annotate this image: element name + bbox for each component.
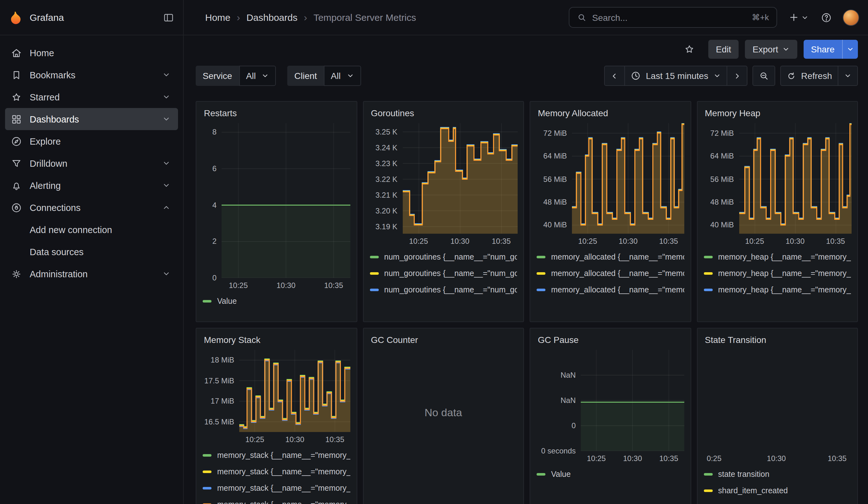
legend-label: memory_heap {__name__="memory_h: [718, 286, 851, 294]
chart-svg: [402, 123, 517, 234]
panel-title[interactable]: Restarts: [203, 105, 350, 123]
x-tick-label: 10:30: [767, 454, 786, 463]
chart-plot[interactable]: [221, 123, 350, 278]
sidebar-item-connections[interactable]: Connections: [5, 196, 178, 218]
chart-plot[interactable]: [739, 123, 851, 234]
no-data-text: No data: [370, 350, 517, 476]
zoom-out-button[interactable]: [753, 66, 775, 86]
refresh-button[interactable]: Refresh: [780, 66, 838, 86]
sidebar-item-drilldown[interactable]: Drilldown: [5, 152, 178, 174]
panel-gc-pause: GC PauseNaNNaN00 seconds10:2510:3010:35V…: [530, 328, 691, 504]
legend-item[interactable]: num_goroutines {__name__="num_go: [370, 249, 517, 265]
legend-item[interactable]: Value: [203, 293, 350, 309]
user-avatar[interactable]: [843, 9, 859, 25]
y-tick-label: 17 MiB: [210, 397, 234, 406]
legend-item[interactable]: Value: [537, 466, 684, 483]
x-tick-label: 0:25: [707, 454, 722, 463]
chart-plot[interactable]: [710, 350, 851, 451]
chevron-down-icon: [162, 270, 170, 278]
panel-title[interactable]: GC Counter: [370, 332, 517, 350]
sidebar-item-starred[interactable]: Starred: [5, 86, 178, 108]
sidebar-item-home[interactable]: Home: [5, 42, 178, 64]
legend-item[interactable]: state transition: [704, 466, 851, 483]
legend-item[interactable]: memory_heap {__name__="memory_h: [704, 298, 851, 302]
legend-item[interactable]: num_goroutines {__name__="num_go: [370, 265, 517, 282]
time-forward-button[interactable]: [726, 66, 747, 86]
chart-plot[interactable]: [239, 350, 350, 432]
sidebar-item-alerting[interactable]: Alerting: [5, 174, 178, 196]
legend-label: memory_heap {__name__="memory_h: [718, 269, 851, 278]
share-menu-button[interactable]: [842, 40, 858, 59]
legend-item[interactable]: memory_heap {__name__="memory_h: [704, 265, 851, 282]
sidebar-item-bookmarks[interactable]: Bookmarks: [5, 64, 178, 86]
star-icon: [684, 43, 695, 55]
legend-item[interactable]: shard_item_created: [704, 483, 851, 499]
search-box[interactable]: ⌘+k: [569, 7, 777, 28]
chevron-up-icon: [162, 203, 170, 212]
new-button[interactable]: [787, 11, 810, 24]
sidebar-nav: HomeBookmarksStarredDashboardsExploreDri…: [0, 35, 184, 504]
y-tick-label: 56 MiB: [710, 175, 734, 184]
x-tick-label: 10:30: [451, 237, 469, 246]
chevron-down-icon: [162, 71, 170, 79]
legend-item[interactable]: num_goroutines {__name__="num_go: [370, 282, 517, 298]
time-back-button[interactable]: [604, 66, 625, 86]
sidebar-item-add-new-connection[interactable]: Add new connection: [5, 218, 178, 240]
export-button[interactable]: Export: [745, 40, 797, 59]
legend-item[interactable]: memory_stack {__name__="memory_s: [203, 480, 350, 496]
x-tick-label: 10:30: [285, 435, 304, 444]
legend-item[interactable]: memory_allocated {__name__="memo: [537, 249, 684, 265]
sidebar-item-dashboards[interactable]: Dashboards: [5, 108, 178, 130]
chevron-down-icon: [713, 72, 721, 80]
breadcrumb-separator-icon: ›: [237, 12, 240, 23]
favorite-button[interactable]: [682, 42, 697, 57]
bookmark-icon: [10, 69, 23, 81]
panel-title[interactable]: Memory Heap: [704, 105, 851, 123]
x-axis: 10:2510:3010:35: [572, 234, 684, 245]
variable-client: Client All: [288, 66, 361, 86]
breadcrumb-dashboards[interactable]: Dashboards: [247, 12, 298, 23]
legend-item[interactable]: memory_allocated {__name__="memo: [537, 282, 684, 298]
help-button[interactable]: [819, 10, 833, 24]
legend-item[interactable]: memory_allocated {__name__="memo: [537, 265, 684, 282]
sidebar-item-data-sources[interactable]: Data sources: [5, 240, 178, 263]
zoom-out-icon: [759, 71, 769, 81]
legend-item[interactable]: memory_heap {__name__="memory_h: [704, 282, 851, 298]
chart-plot[interactable]: [581, 350, 684, 451]
refresh-group: Refresh: [780, 66, 858, 86]
main-content: Edit Export Share Service All: [184, 35, 868, 504]
y-tick-label: 64 MiB: [543, 152, 567, 161]
x-axis: 0:2510:3010:35: [710, 451, 851, 462]
search-input[interactable]: [592, 12, 746, 22]
legend-item[interactable]: memory_stack {__name__="memory_s: [203, 447, 350, 464]
grafana-logo[interactable]: [9, 10, 23, 24]
time-range-button[interactable]: Last 15 minutes: [624, 66, 727, 86]
legend-marker: [704, 272, 712, 275]
legend-item[interactable]: num_goroutines {__name__="num_go: [370, 298, 517, 302]
sidebar-item-explore[interactable]: Explore: [5, 130, 178, 152]
refresh-interval-button[interactable]: [838, 66, 858, 86]
panel-title[interactable]: Memory Stack: [203, 332, 350, 350]
sidebar-item-administration[interactable]: Administration: [5, 263, 178, 285]
breadcrumb-home[interactable]: Home: [205, 12, 230, 23]
chart-plot[interactable]: [572, 123, 684, 234]
share-button[interactable]: Share: [803, 40, 842, 59]
variable-service-select[interactable]: All: [239, 66, 276, 86]
variable-client-select[interactable]: All: [324, 66, 361, 86]
share-split-button: Share: [803, 40, 858, 59]
panel-title[interactable]: Goroutines: [370, 105, 517, 123]
variable-service-value: All: [246, 71, 256, 81]
panel-grid: Restarts8642010:2510:3010:35ValueGorouti…: [196, 101, 858, 504]
legend-item[interactable]: memory_allocated {__name__="memo: [537, 298, 684, 302]
y-tick-label: 40 MiB: [710, 221, 734, 229]
legend-item[interactable]: memory_heap {__name__="memory_h: [704, 249, 851, 265]
panel-title[interactable]: Memory Allocated: [537, 105, 684, 123]
panel-title[interactable]: GC Pause: [537, 332, 684, 350]
x-tick-label: 10:30: [277, 281, 296, 290]
edit-button[interactable]: Edit: [708, 40, 738, 59]
sidebar-toggle-icon[interactable]: [161, 9, 177, 25]
chart-plot[interactable]: [402, 123, 517, 234]
legend-item[interactable]: memory_stack {__name__="memory_s: [203, 464, 350, 480]
panel-title[interactable]: State Transition: [704, 332, 851, 350]
legend-item[interactable]: memory_stack {__name__="memory_s: [203, 496, 350, 504]
